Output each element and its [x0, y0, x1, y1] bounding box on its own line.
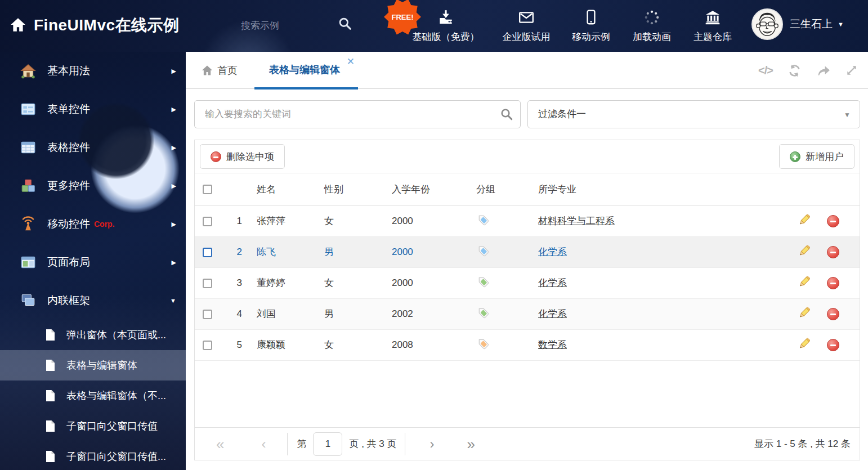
edit-pencil-icon[interactable]: [797, 305, 812, 323]
antenna-icon: [20, 216, 36, 232]
edit-pencil-icon[interactable]: [797, 336, 812, 353]
source-code-icon[interactable]: </>: [758, 64, 773, 77]
add-user-button[interactable]: 新增用户: [779, 144, 854, 169]
tab-grid-edit-window[interactable]: 表格与编辑窗体 ✕: [254, 52, 358, 89]
sidebar-item-iframe[interactable]: 内联框架 ▼: [0, 281, 186, 320]
table-row[interactable]: 1 张萍萍 女 2000 材料科学与工程系: [195, 205, 860, 236]
tab-bar: 首页 表格与编辑窗体 ✕ </>: [186, 52, 868, 89]
header-search-input[interactable]: [241, 17, 328, 35]
major-link[interactable]: 化学系: [538, 308, 567, 319]
prev-page-button[interactable]: ‹: [261, 437, 266, 451]
keyword-search-input[interactable]: [194, 100, 521, 128]
major-link[interactable]: 材料科学与工程系: [538, 216, 615, 226]
chevron-right-icon: ▶: [172, 68, 176, 75]
table-row[interactable]: 5 康颖颖 女 2008 数学系: [195, 329, 860, 360]
file-icon: [44, 450, 56, 463]
close-icon[interactable]: ✕: [347, 57, 355, 66]
nav-theme-repository[interactable]: 主题仓库: [690, 9, 735, 44]
download-icon: [437, 9, 454, 28]
expand-icon[interactable]: [845, 64, 858, 77]
app-title: FineUIMvc在线示例: [34, 15, 180, 36]
sidebar-item-page-layout[interactable]: 页面布局 ▶: [0, 243, 186, 281]
record-summary: 显示 1 - 5 条 , 共 12 条: [754, 437, 851, 450]
edit-pencil-icon[interactable]: [797, 212, 812, 230]
tab-home[interactable]: 首页: [202, 52, 238, 89]
table-header-row: 姓名 性别 入学年份 分组 所学专业: [195, 173, 860, 205]
open-in-new-icon[interactable]: [816, 64, 830, 78]
page-prefix: 第: [297, 437, 306, 450]
header-search-icon[interactable]: [338, 16, 352, 33]
refresh-icon[interactable]: [788, 64, 802, 78]
sidebar-subitem-grid-edit-window[interactable]: 表格与编辑窗体: [0, 350, 186, 381]
table-icon: [20, 140, 36, 155]
sidebar-item-label: 表格控件: [47, 140, 90, 155]
main-content: 首页 表格与编辑窗体 ✕ </> 过滤条件一 ▼: [186, 52, 868, 470]
sidebar-item-grid-controls[interactable]: 表格控件 ▶: [0, 128, 186, 167]
nav-enterprise-trial[interactable]: 企业版试用: [498, 9, 555, 44]
first-page-button[interactable]: «: [216, 437, 224, 451]
delete-row-icon[interactable]: [827, 215, 839, 227]
sidebar-subitem-label: 弹出窗体（本页面或...: [66, 328, 166, 342]
chevron-right-icon: ▶: [172, 106, 176, 113]
row-checkbox[interactable]: [203, 217, 212, 226]
tab-tools: </>: [758, 52, 858, 89]
select-all-checkbox[interactable]: [203, 185, 212, 194]
major-link[interactable]: 数学系: [538, 339, 567, 350]
sidebar-subitem-child-to-parent-2[interactable]: 子窗口向父窗口传值...: [0, 441, 186, 470]
nav-basic-free[interactable]: 基础版（免费）: [408, 9, 484, 44]
edit-pencil-icon[interactable]: [797, 243, 812, 261]
row-checkbox[interactable]: [203, 248, 212, 257]
sidebar-item-label: 更多控件: [47, 178, 90, 193]
delete-row-icon[interactable]: [827, 246, 839, 258]
delete-row-icon[interactable]: [827, 277, 839, 289]
sidebar-subitem-label: 表格与编辑窗体: [66, 359, 137, 372]
sidebar-item-mobile-controls[interactable]: 移动控件 Corp. ▶: [0, 205, 186, 243]
table-row[interactable]: 3 董婷婷 女 2000 化学系: [195, 267, 860, 298]
grid-panel: 删除选中项 新增用户 姓名 性别 入学年份 分组 所学专业: [194, 140, 860, 460]
user-menu[interactable]: 三生石上 ▼: [751, 8, 844, 40]
nav-loading-animations[interactable]: 加载动画: [629, 9, 674, 44]
sidebar-item-label: 表单控件: [47, 102, 90, 117]
delete-selected-button[interactable]: 删除选中项: [200, 144, 285, 169]
last-page-button[interactable]: »: [467, 437, 475, 451]
delete-selected-label: 删除选中项: [226, 150, 274, 163]
sidebar-subitem-child-to-parent[interactable]: 子窗口向父窗口传值: [0, 411, 186, 441]
sidebar-item-basic-usage[interactable]: 基本用法 ▶: [0, 52, 186, 90]
sidebar-item-form-controls[interactable]: 表单控件 ▶: [0, 90, 186, 128]
sidebar-subitem-popup-window[interactable]: 弹出窗体（本页面或...: [0, 320, 186, 350]
cell-gender: 女: [313, 205, 381, 236]
minus-circle-icon: [211, 151, 221, 162]
spinner-icon: [643, 9, 660, 28]
cubes-icon: [20, 178, 36, 194]
chevron-right-icon: ▶: [172, 144, 176, 151]
file-icon: [44, 389, 56, 402]
delete-row-icon[interactable]: [827, 339, 839, 351]
cell-year: 2000: [381, 267, 465, 298]
avatar: [751, 8, 783, 40]
app-home-icon[interactable]: [10, 17, 26, 35]
sidebar-item-more-controls[interactable]: 更多控件 ▶: [0, 167, 186, 205]
col-name: 姓名: [245, 173, 313, 205]
next-page-button[interactable]: ›: [430, 437, 435, 451]
row-index: 4: [221, 298, 245, 329]
sidebar-item-label: 移动控件: [47, 217, 90, 231]
edit-pencil-icon[interactable]: [797, 274, 812, 292]
add-user-label: 新增用户: [806, 150, 844, 163]
major-link[interactable]: 化学系: [538, 247, 567, 257]
nav-mobile-demos[interactable]: 移动示例: [569, 9, 614, 44]
row-checkbox[interactable]: [203, 279, 212, 288]
sidebar-subitem-label: 子窗口向父窗口传值: [66, 419, 158, 433]
table-row[interactable]: 2 陈飞 男 2000 化学系: [195, 236, 860, 267]
major-link[interactable]: 化学系: [538, 277, 567, 288]
row-index: 3: [221, 267, 245, 298]
delete-row-icon[interactable]: [827, 308, 839, 320]
caret-down-icon: ▼: [844, 111, 851, 119]
row-checkbox[interactable]: [203, 310, 212, 319]
row-checkbox[interactable]: [203, 341, 212, 350]
search-icon[interactable]: [500, 108, 513, 123]
table-row[interactable]: 4 刘国 男 2002 化学系: [195, 298, 860, 329]
sidebar-subitem-grid-edit-window-2[interactable]: 表格与编辑窗体（不...: [0, 381, 186, 411]
filter-dropdown[interactable]: 过滤条件一 ▼: [527, 100, 860, 128]
page-number-input[interactable]: [313, 432, 342, 456]
plus-circle-icon: [790, 151, 800, 162]
